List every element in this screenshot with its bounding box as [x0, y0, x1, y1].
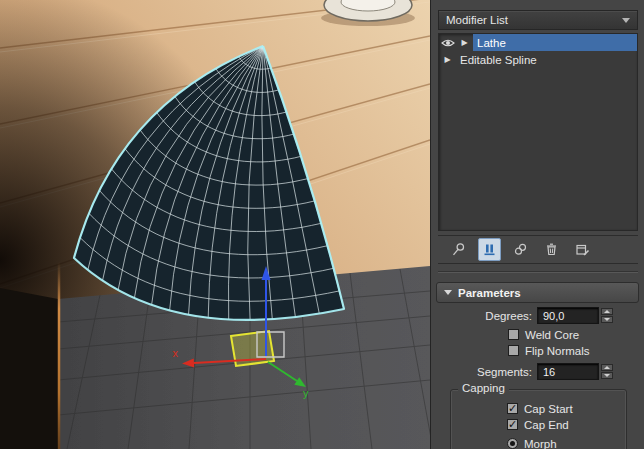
morph-row: Morph	[507, 436, 626, 449]
expand-arrow-icon[interactable]: ▶	[439, 56, 456, 64]
morph-radio[interactable]	[507, 438, 518, 449]
rollout-title: Parameters	[458, 287, 521, 299]
flip-normals-row: Flip Normals	[508, 343, 639, 358]
flip-normals-checkbox[interactable]	[508, 345, 519, 356]
make-unique-icon[interactable]	[509, 238, 532, 261]
parameters-rollout-header[interactable]: Parameters	[436, 282, 639, 303]
scene-object-top[interactable]	[321, 0, 415, 26]
segments-spinner	[601, 364, 613, 379]
viewport-canvas[interactable]: xy	[0, 0, 430, 449]
spinner-down-button[interactable]	[601, 372, 613, 379]
cap-end-checkbox[interactable]	[507, 419, 518, 430]
degrees-spinner	[601, 308, 613, 323]
cap-start-row: Cap Start	[507, 401, 626, 416]
chevron-right-icon: ▶	[456, 39, 473, 47]
chevron-down-icon	[622, 18, 630, 23]
segments-input[interactable]: 16	[537, 363, 599, 380]
modifier-stack-list[interactable]: ▶ Lathe ▶ Editable Spline	[438, 33, 638, 231]
remove-modifier-trash-icon[interactable]	[540, 238, 563, 261]
3d-viewport[interactable]: xy	[0, 0, 430, 449]
configure-modifier-sets-icon[interactable]	[571, 238, 594, 261]
rollout-collapse-icon	[444, 290, 452, 295]
parameters-rollout-body: Degrees: 90,0 Weld Core Flip Normals Seg…	[436, 306, 639, 449]
show-end-result-icon[interactable]	[478, 238, 501, 261]
floor-shadow-left	[0, 288, 58, 449]
cap-start-checkbox[interactable]	[507, 403, 518, 414]
panel-divider	[438, 271, 638, 273]
degrees-row: Degrees: 90,0	[436, 306, 613, 325]
cap-start-label: Cap Start	[524, 403, 573, 415]
degrees-label: Degrees:	[485, 310, 532, 322]
capping-group: Capping Cap Start Cap End Morph	[450, 389, 627, 449]
capping-group-title: Capping	[458, 382, 509, 394]
modifier-list-dropdown[interactable]: Modifier List	[438, 10, 638, 30]
stack-item-label[interactable]: Lathe	[473, 34, 637, 51]
gizmo-y-label: y	[303, 387, 309, 399]
degrees-input[interactable]: 90,0	[537, 307, 599, 324]
visibility-eye-icon[interactable]	[439, 38, 456, 48]
flip-normals-label: Flip Normals	[525, 345, 590, 357]
gizmo-x-label: x	[173, 347, 179, 359]
spinner-down-button[interactable]	[601, 316, 613, 323]
morph-label: Morph	[524, 438, 557, 449]
segments-label: Segments:	[477, 366, 532, 378]
weld-core-row: Weld Core	[508, 327, 639, 342]
cap-end-label: Cap End	[524, 419, 569, 431]
application-window: xy Modifier List ▶ Lathe ▶ Editable	[0, 0, 644, 449]
spinner-up-button[interactable]	[601, 308, 613, 315]
weld-core-checkbox[interactable]	[508, 329, 519, 340]
modifier-list-label: Modifier List	[446, 14, 508, 26]
stack-item-label[interactable]: Editable Spline	[456, 51, 637, 68]
stack-item-lathe[interactable]: ▶ Lathe	[439, 34, 637, 51]
stack-toolbar	[438, 235, 638, 264]
command-panel: Modifier List ▶ Lathe ▶ Editable Spline	[430, 0, 644, 449]
spinner-up-button[interactable]	[601, 364, 613, 371]
cap-end-row: Cap End	[507, 417, 626, 432]
pin-stack-icon[interactable]	[447, 238, 470, 261]
stack-item-editable-spline[interactable]: ▶ Editable Spline	[439, 51, 637, 68]
weld-core-label: Weld Core	[525, 329, 579, 341]
segments-row: Segments: 16	[436, 362, 613, 381]
